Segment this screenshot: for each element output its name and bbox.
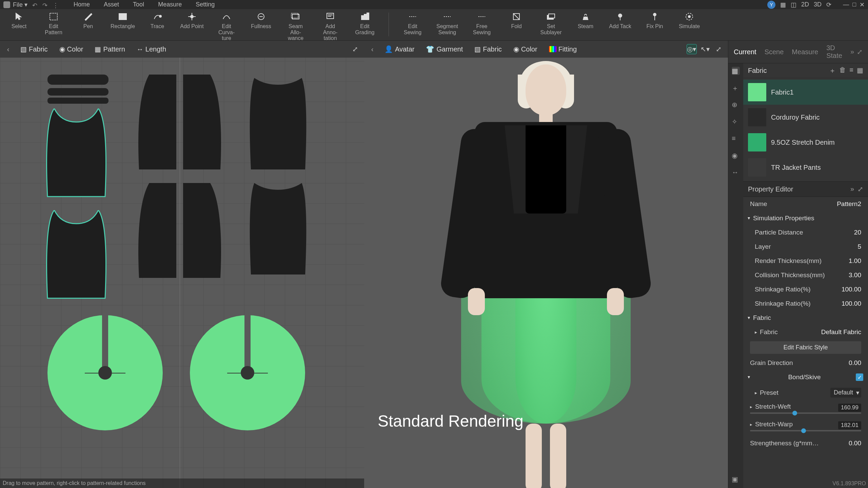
tab-measure[interactable]: Measure: [792, 48, 818, 56]
menu-setting[interactable]: Setting: [196, 1, 215, 8]
strip-box-icon[interactable]: ▣: [732, 475, 740, 483]
layout-icon[interactable]: ▦: [780, 1, 786, 8]
tool-edit-curva-ture[interactable]: Edit Curva-ture: [214, 11, 239, 41]
strength-value[interactable]: 0.00: [849, 440, 861, 447]
prop-value[interactable]: 20: [854, 229, 861, 236]
pattern-2d-panel[interactable]: ‹ ▧Fabric ◉Color ▦Pattern ↔Length ⤢: [0, 41, 364, 488]
tab-pattern-2d[interactable]: ▦Pattern: [91, 43, 128, 55]
user-avatar-icon[interactable]: Y: [767, 1, 775, 9]
bond-group[interactable]: Bond/Skive ✓: [743, 370, 868, 384]
tab-garment[interactable]: 👕Garment: [422, 43, 466, 55]
tool-pen[interactable]: Pen: [76, 11, 100, 29]
close-icon[interactable]: ✕: [860, 1, 865, 8]
prev-icon[interactable]: ‹: [4, 45, 12, 53]
tool-free-sewing[interactable]: Free Sewing: [470, 11, 494, 35]
tab-color-2d[interactable]: ◉Color: [56, 43, 87, 55]
camera-mode-icon[interactable]: ◎▾: [687, 44, 697, 54]
maximize-icon[interactable]: □: [852, 1, 856, 8]
sim-props-group[interactable]: Simulation Properties: [743, 211, 868, 225]
fabric-item[interactable]: Corduroy Fabric: [743, 105, 868, 130]
stretch-weft-slider[interactable]: 160.99: [750, 412, 861, 414]
prev-3d-icon[interactable]: ‹: [368, 45, 376, 53]
tool-set-sublayer[interactable]: Set Sublayer: [539, 11, 563, 35]
fabric-item[interactable]: TR Jacket Pants: [743, 155, 868, 180]
fabric-group[interactable]: Fabric: [743, 311, 868, 325]
list-view-icon[interactable]: ≡: [849, 66, 853, 75]
tool-rectangle[interactable]: Rectangle: [111, 11, 135, 29]
tool-trace[interactable]: Trace: [145, 11, 170, 29]
tab-fabric-3d[interactable]: ▧Fabric: [471, 43, 505, 55]
menu-measure[interactable]: Measure: [158, 1, 182, 8]
tool-segment-sewing[interactable]: SegmentSewing: [435, 11, 459, 35]
cursor-mode-icon[interactable]: ↖▾: [700, 44, 710, 54]
strip-globe-icon[interactable]: ⊕: [732, 101, 740, 109]
fabric-value[interactable]: Default Fabric: [821, 328, 861, 336]
name-value[interactable]: Pattern2: [837, 200, 861, 208]
menu-tool[interactable]: Tool: [133, 1, 144, 8]
refresh-icon[interactable]: ⟳: [826, 1, 831, 8]
view-2d-button[interactable]: 2D: [801, 1, 809, 8]
skirt-pattern-left[interactable]: [47, 315, 163, 430]
expand-2d-icon[interactable]: ⤢: [350, 44, 360, 54]
prop-value[interactable]: 3.00: [849, 271, 861, 279]
prop-value[interactable]: 100.00: [842, 286, 861, 293]
tab-color-3d[interactable]: ◉Color: [510, 43, 541, 55]
pattern-pieces[interactable]: [0, 61, 364, 488]
tab-scene[interactable]: Scene: [765, 48, 784, 56]
strip-ruler-icon[interactable]: ↔: [732, 168, 740, 177]
strip-add-icon[interactable]: ＋: [732, 84, 740, 92]
tool-add-tack[interactable]: Add Tack: [608, 11, 632, 29]
undo-icon[interactable]: ↶: [32, 2, 38, 8]
tab-3dstate[interactable]: 3D State: [826, 44, 842, 60]
split-icon[interactable]: ◫: [791, 1, 796, 8]
tool-fullness[interactable]: Fullness: [249, 11, 273, 29]
redo-icon[interactable]: ↷: [42, 2, 48, 8]
tool-fold[interactable]: Fold: [504, 11, 529, 29]
stretch-warp-value[interactable]: 182.01: [838, 421, 861, 429]
grid-view-icon[interactable]: ▦: [857, 66, 863, 75]
strip-fabric-icon[interactable]: ▦: [732, 67, 740, 75]
tool-edit-sewing[interactable]: Edit Sewing: [400, 11, 425, 35]
tab-fitting[interactable]: Fitting: [546, 43, 580, 55]
skirt-pattern-right[interactable]: [190, 315, 305, 430]
bond-checkbox[interactable]: ✓: [856, 373, 863, 381]
fabric-item[interactable]: 9.5OZ Stretch Denim: [743, 130, 868, 155]
viewport-3d-panel[interactable]: ‹ 👤Avatar 👕Garment ▧Fabric ◉Color Fittin…: [364, 41, 728, 488]
delete-fabric-icon[interactable]: 🗑: [839, 66, 846, 75]
more-icon[interactable]: ⋮: [53, 2, 59, 8]
tab-avatar[interactable]: 👤Avatar: [381, 43, 418, 55]
expand-3d-icon[interactable]: ⤢: [714, 44, 724, 54]
edit-fabric-style-button[interactable]: Edit Fabric Style: [750, 341, 861, 354]
tool-simulate[interactable]: Simulate: [677, 11, 702, 29]
tool-steam[interactable]: Steam: [573, 11, 598, 29]
expand-prop-icon[interactable]: ⤢: [857, 185, 863, 193]
collapse-prop-icon[interactable]: »: [850, 185, 854, 193]
strip-light-icon[interactable]: ✧: [732, 118, 740, 126]
stretch-weft-value[interactable]: 160.99: [838, 404, 861, 412]
preset-select[interactable]: Default: [830, 388, 861, 398]
tool-add-point[interactable]: Add Point: [180, 11, 204, 29]
view-3d-button[interactable]: 3D: [814, 1, 822, 8]
collapse-right-icon[interactable]: »: [850, 48, 854, 56]
expand-right-icon[interactable]: ⤢: [857, 48, 863, 56]
add-fabric-icon[interactable]: ＋: [829, 66, 836, 75]
minimize-icon[interactable]: —: [843, 1, 849, 8]
grain-value[interactable]: 0.00: [849, 359, 861, 367]
strip-list-icon[interactable]: ≡: [732, 135, 740, 143]
tab-current[interactable]: Current: [734, 48, 756, 56]
prop-value[interactable]: 100.00: [842, 300, 861, 307]
tool-seam-allo-wance[interactable]: Seam Allo-wance: [283, 11, 308, 41]
tab-fabric-2d[interactable]: ▧Fabric: [17, 43, 51, 55]
tool-add-anno-tation[interactable]: Add Anno-tation: [318, 11, 342, 41]
prop-value[interactable]: 5: [857, 243, 861, 250]
tab-length-2d[interactable]: ↔Length: [133, 43, 170, 55]
tool-edit-pattern[interactable]: Edit Pattern: [41, 11, 66, 35]
tool-select[interactable]: Select: [7, 11, 31, 29]
menu-asset[interactable]: Asset: [104, 1, 119, 8]
fabric-item[interactable]: Fabric1: [743, 80, 868, 105]
prop-value[interactable]: 1.00: [849, 257, 861, 265]
menu-home[interactable]: Home: [74, 1, 90, 8]
stretch-warp-slider[interactable]: 182.01: [750, 430, 861, 431]
tool-edit-grading[interactable]: Edit Grading: [353, 11, 377, 35]
file-menu[interactable]: File ▾: [13, 1, 27, 8]
